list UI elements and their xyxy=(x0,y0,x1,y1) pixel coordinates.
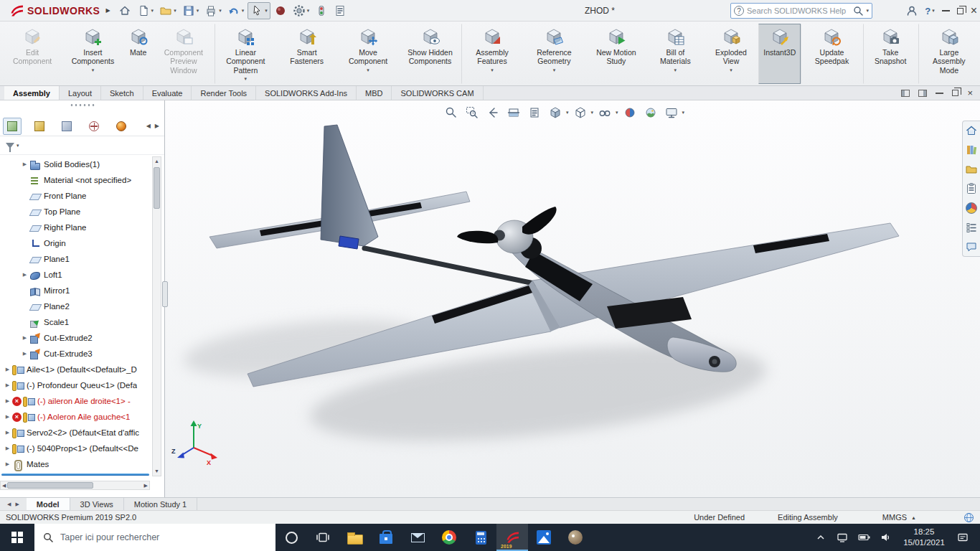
new-motion-study-button[interactable]: New Motion Study xyxy=(585,24,647,84)
tree-item-scale1[interactable]: Scale1 xyxy=(0,314,151,330)
edit-material-button[interactable] xyxy=(272,2,289,19)
take-snapshot-button[interactable]: Take Snapshot xyxy=(863,24,918,84)
update-speedpak-button[interactable]: Update Speedpak xyxy=(801,24,862,84)
tree-item-servo2[interactable]: ▶Servo2<2> (Défaut<Etat d'affic xyxy=(0,425,151,441)
view-orientation-button[interactable] xyxy=(546,104,565,121)
horizontal-scrollbar-thumb[interactable] xyxy=(7,482,93,489)
store-button[interactable] xyxy=(370,524,402,551)
toolbar-flyout-icon[interactable]: ▶ xyxy=(105,7,110,14)
custom-properties-tab[interactable] xyxy=(964,220,979,235)
section-view-button[interactable] xyxy=(504,104,523,121)
reference-geometry-button[interactable]: Reference Geometry ▾ xyxy=(523,24,585,84)
network-icon[interactable] xyxy=(833,524,852,551)
configurationmanager-tab[interactable] xyxy=(57,118,76,135)
tree-horizontal-scrollbar[interactable]: ◀ ▶ xyxy=(0,481,150,490)
units-selector[interactable]: MMGS ▲ xyxy=(882,513,916,522)
mate-button[interactable]: Mate xyxy=(124,24,153,84)
tree-item-material[interactable]: Material <not specified> xyxy=(0,172,151,188)
open-document-button[interactable]: ▾ xyxy=(157,2,179,19)
large-assembly-mode-button[interactable]: Large Assembly Mode xyxy=(918,24,980,84)
tree-item-plane2[interactable]: Plane2 xyxy=(0,298,151,314)
dropdown-caret-icon[interactable]: ▾ xyxy=(616,110,618,116)
tree-vertical-scrollbar[interactable]: ▲ ▼ xyxy=(152,156,161,476)
tree-item-right-plane[interactable]: Right Plane xyxy=(0,220,151,235)
account-icon[interactable] xyxy=(906,5,918,17)
airplane-model[interactable] xyxy=(181,125,899,458)
new-document-button[interactable]: ▾ xyxy=(135,2,156,19)
annotation-view-button[interactable] xyxy=(525,104,544,121)
dropdown-caret-icon[interactable]: ▾ xyxy=(242,8,245,14)
tab-render-tools[interactable]: Render Tools xyxy=(192,86,256,100)
linear-component-pattern-button[interactable]: Linear Component Pattern ▾ xyxy=(215,24,276,84)
expand-arrow-icon[interactable]: ▶ xyxy=(20,335,29,341)
tree-item-cut-extrude2[interactable]: ▶Cut-Extrude2 xyxy=(0,330,151,346)
hide-show-items-button[interactable] xyxy=(595,104,614,121)
gimp-button[interactable] xyxy=(560,524,591,551)
zoom-area-button[interactable] xyxy=(463,104,481,121)
pin-pane-right-icon[interactable] xyxy=(918,90,927,97)
panel-splitter-handle[interactable] xyxy=(162,281,168,307)
expand-arrow-icon[interactable]: ▶ xyxy=(20,161,29,167)
tab-solidworks-cam[interactable]: SOLIDWORKS CAM xyxy=(392,86,483,100)
dropdown-caret-icon[interactable]: ▾ xyxy=(591,110,594,116)
filter-caret-icon[interactable]: ▾ xyxy=(17,143,19,149)
expand-arrow-icon[interactable]: ▶ xyxy=(3,367,12,372)
assembly-features-button[interactable]: Assembly Features ▾ xyxy=(461,24,523,84)
dropdown-caret-icon[interactable]: ▾ xyxy=(174,8,176,14)
help-menu-button[interactable]: ?▾ xyxy=(925,6,934,17)
undo-button[interactable]: ▾ xyxy=(225,2,247,19)
tray-expand-button[interactable] xyxy=(811,524,830,551)
move-component-button[interactable]: Move Component ▾ xyxy=(337,24,399,84)
dropdown-caret-icon[interactable]: ▾ xyxy=(151,8,154,14)
display-style-button[interactable] xyxy=(571,104,590,121)
minimize-button[interactable] xyxy=(942,10,950,11)
help-search-input[interactable] xyxy=(747,6,850,15)
calculator-button[interactable] xyxy=(465,524,496,551)
panel-tabs-scroll-right[interactable]: ▶ xyxy=(153,121,161,131)
doc-tab-scroll-right-icon[interactable]: ▶ xyxy=(15,501,19,507)
tree-item-mates[interactable]: ▶Mates xyxy=(0,456,151,472)
tree-item-profondeur-queue[interactable]: ▶(-) Profondeur Queu<1> (Defa xyxy=(0,377,151,393)
scroll-up-arrow[interactable]: ▲ xyxy=(154,157,159,166)
expand-arrow-icon[interactable]: ▶ xyxy=(3,382,12,388)
tree-item-aileron-gauche[interactable]: ▶×(-) Aoleron Aile gauche<1 xyxy=(0,409,151,425)
appearances-tab[interactable] xyxy=(964,201,979,215)
dropdown-caret-icon[interactable]: ▾ xyxy=(265,8,268,14)
exploded-view-button[interactable]: Exploded View ▾ xyxy=(704,24,759,84)
tree-item-origin[interactable]: Origin xyxy=(0,235,151,251)
search-icon[interactable] xyxy=(853,6,863,16)
restore-button[interactable] xyxy=(957,8,963,14)
tree-item-loft1[interactable]: ▶Loft1 xyxy=(0,267,151,283)
dropdown-caret-icon[interactable]: ▾ xyxy=(566,110,569,116)
dimxpertmanager-tab[interactable] xyxy=(85,118,103,135)
expand-arrow-icon[interactable]: ▶ xyxy=(3,430,12,435)
tab-sketch[interactable]: Sketch xyxy=(101,86,143,100)
zoom-fit-button[interactable] xyxy=(442,104,461,121)
doc-tab-scroll-arrows[interactable]: ◀▶ xyxy=(0,498,27,510)
propertymanager-tab[interactable] xyxy=(30,118,49,135)
dropdown-caret-icon[interactable]: ▾ xyxy=(197,8,199,14)
apply-scene-button[interactable] xyxy=(641,104,660,121)
file-explorer-tab[interactable] xyxy=(964,162,979,176)
show-hidden-components-button[interactable]: Show Hidden Components xyxy=(399,24,461,84)
expand-arrow-icon[interactable]: ▶ xyxy=(3,398,12,404)
edit-component-button[interactable]: Edit Component xyxy=(3,24,62,84)
expand-arrow-icon[interactable]: ▶ xyxy=(3,461,12,467)
smart-fasteners-button[interactable]: Smart Fasteners xyxy=(277,24,337,84)
design-library-tab[interactable] xyxy=(964,143,979,157)
doc-tab-scroll-left-icon[interactable]: ◀ xyxy=(7,501,11,507)
displaymanager-tab[interactable] xyxy=(112,118,131,135)
filter-funnel-icon[interactable] xyxy=(6,143,14,149)
volume-icon[interactable] xyxy=(876,524,895,551)
forum-tab[interactable] xyxy=(964,240,979,254)
tree-item-front-plane[interactable]: Front Plane xyxy=(0,188,151,204)
taskbar-clock[interactable]: 18:2515/01/2021 xyxy=(897,527,951,548)
options-button[interactable]: ▾ xyxy=(291,2,312,19)
tree-item-plane1[interactable]: Plane1 xyxy=(0,251,151,267)
tab-layout[interactable]: Layout xyxy=(60,86,101,100)
instant3d-button[interactable]: Instant3D xyxy=(758,24,801,84)
insert-components-button[interactable]: Insert Components ▾ xyxy=(62,24,123,84)
vertical-scrollbar-thumb[interactable] xyxy=(154,167,160,209)
component-preview-window-button[interactable]: Component Preview Window xyxy=(153,24,215,84)
dropdown-caret-icon[interactable]: ▾ xyxy=(219,8,222,14)
